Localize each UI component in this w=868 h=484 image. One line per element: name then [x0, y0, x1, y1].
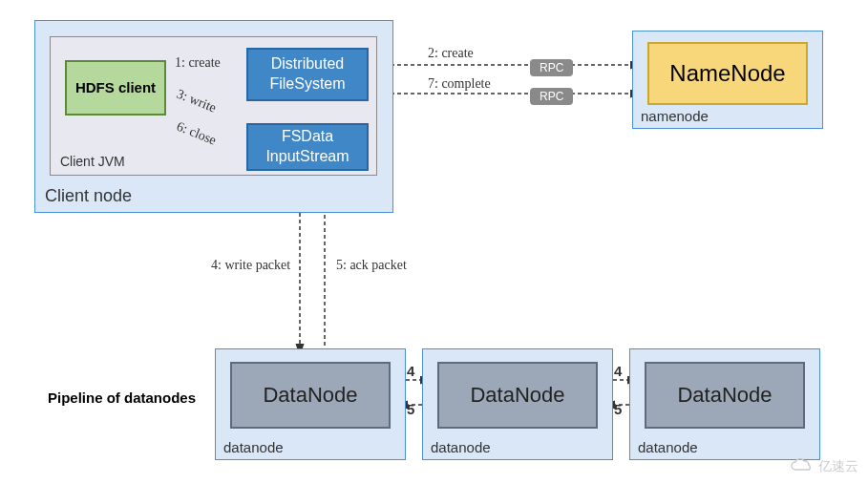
- datanode-outer-label-3: datanode: [638, 439, 698, 455]
- edge-num-5-a: 5: [407, 401, 414, 417]
- edge-label-1-create: 1: create: [175, 55, 221, 71]
- client-node-label: Client node: [45, 186, 132, 206]
- edge-label-5-ack-packet: 5: ack packet: [336, 258, 407, 273]
- datanode-label-3: DataNode: [677, 383, 772, 408]
- namenode-label: NameNode: [669, 60, 785, 87]
- datanode-box-1: DataNode: [230, 362, 391, 429]
- rpc-badge-1: RPC: [530, 59, 573, 76]
- cloud-icon: [790, 458, 815, 476]
- watermark: 亿速云: [790, 458, 858, 476]
- distributed-filesystem-box: Distributed FileSystem: [246, 48, 369, 101]
- edge-num-5-b: 5: [614, 401, 622, 417]
- edge-num-4-a: 4: [407, 363, 414, 379]
- edge-label-2-create: 2: create: [428, 46, 474, 61]
- pipeline-label: Pipeline of datanodes: [48, 389, 196, 406]
- datanode-label-1: DataNode: [263, 383, 357, 408]
- hdfs-client-label: HDFS client: [75, 79, 156, 96]
- edge-label-7-complete: 7: complete: [428, 76, 491, 92]
- rpc-badge-2: RPC: [530, 88, 573, 105]
- datanode-box-3: DataNode: [645, 362, 805, 429]
- watermark-text: 亿速云: [818, 458, 858, 473]
- client-jvm-label: Client JVM: [60, 154, 125, 169]
- namenode-outer-label: namenode: [641, 108, 709, 124]
- namenode-box: NameNode: [647, 42, 808, 105]
- edge-num-4-b: 4: [614, 363, 622, 379]
- datanode-outer-label-2: datanode: [431, 439, 491, 455]
- fsdata-inputstream-label: FSData InputStream: [248, 127, 367, 167]
- hdfs-client-box: HDFS client: [65, 60, 166, 116]
- datanode-box-2: DataNode: [437, 362, 598, 429]
- fsdata-inputstream-box: FSData InputStream: [246, 123, 369, 171]
- distributed-filesystem-label: Distributed FileSystem: [248, 54, 367, 95]
- edge-label-4-write-packet: 4: write packet: [211, 258, 290, 273]
- datanode-outer-label-1: datanode: [223, 439, 284, 455]
- datanode-label-2: DataNode: [470, 383, 564, 408]
